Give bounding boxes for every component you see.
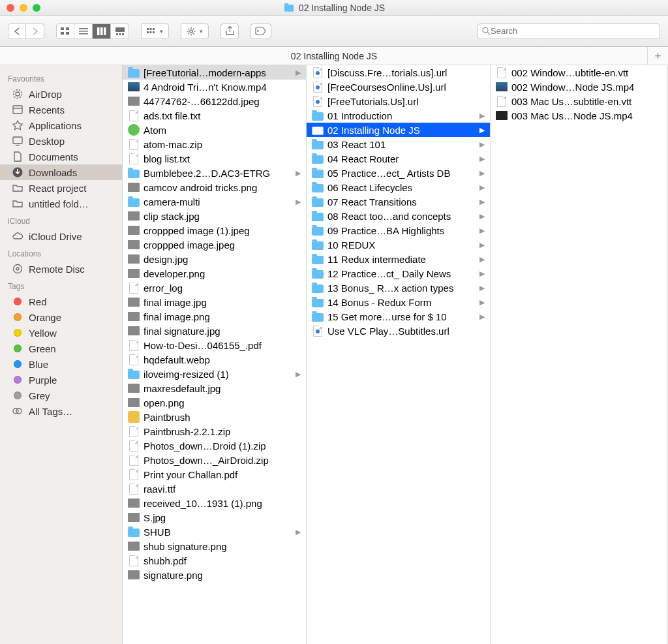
- file-row[interactable]: 4 Android Tri…n't Know.mp4: [123, 80, 306, 94]
- file-row[interactable]: clip stack.jpg: [123, 209, 306, 223]
- action-button[interactable]: ▾: [181, 23, 209, 39]
- file-row[interactable]: camera-multi▶: [123, 194, 306, 209]
- sidebar-item-applications[interactable]: Applications: [0, 117, 122, 133]
- file-row[interactable]: shubh.pdf: [123, 553, 306, 568]
- file-row[interactable]: blog list.txt: [123, 151, 306, 166]
- sidebar-item-label: iCloud Drive: [29, 231, 82, 242]
- file-row[interactable]: 14 Bonus - Redux Form▶: [307, 295, 490, 309]
- file-row[interactable]: raavi.ttf: [123, 482, 306, 496]
- file-row[interactable]: 003 Mac Us…Node JS.mp4: [491, 108, 667, 123]
- file-row[interactable]: Bumblebee.2…D.AC3-ETRG▶: [123, 166, 306, 180]
- arrange-button[interactable]: ▾: [141, 23, 169, 39]
- back-button[interactable]: [8, 23, 26, 39]
- chevron-right-icon: ▶: [479, 183, 486, 192]
- file-row[interactable]: 003 Mac Us…subtitle-en.vtt: [491, 94, 667, 108]
- tab-title[interactable]: 02 Installing Node JS: [291, 51, 377, 61]
- file-row[interactable]: 08 React too…and concepts▶: [307, 209, 490, 223]
- file-row[interactable]: Photos_down…Droid (1).zip: [123, 438, 306, 453]
- sidebar-item-grey[interactable]: Grey: [0, 388, 122, 403]
- file-row[interactable]: design.jpg: [123, 252, 306, 266]
- view-list-button[interactable]: [74, 23, 93, 39]
- column-3[interactable]: 002 Window…ubtitle-en.vtt002 Window…Node…: [491, 65, 668, 644]
- search-field[interactable]: [478, 23, 660, 39]
- file-row[interactable]: 15 Get more…urse for $ 10▶: [307, 309, 490, 324]
- file-row[interactable]: developer.png: [123, 266, 306, 281]
- file-row[interactable]: ads.txt file.txt: [123, 108, 306, 123]
- sidebar-item-downloads[interactable]: Downloads: [0, 164, 122, 180]
- file-row[interactable]: signature.png: [123, 568, 306, 582]
- file-row[interactable]: Use VLC Play…Subtitles.url: [307, 324, 490, 338]
- file-row[interactable]: 05 Practice…ect_ Artists DB▶: [307, 166, 490, 180]
- file-row[interactable]: 02 Installing Node JS▶: [307, 123, 490, 137]
- sidebar-item-purple[interactable]: Purple: [0, 372, 122, 388]
- sidebar-item-orange[interactable]: Orange: [0, 309, 122, 325]
- file-row[interactable]: final image.jpg: [123, 295, 306, 309]
- arrange-group: ▾: [141, 23, 169, 39]
- column-2[interactable]: [Discuss.Fre…torials.us].url[FreeCourses…: [307, 65, 491, 644]
- file-row[interactable]: 04 React Router▶: [307, 151, 490, 166]
- file-row[interactable]: 13 Bonus_ R…x action types▶: [307, 281, 490, 295]
- file-row[interactable]: 06 React Lifecycles▶: [307, 180, 490, 194]
- sidebar-item-blue[interactable]: Blue: [0, 356, 122, 372]
- file-row[interactable]: shub signature.png: [123, 539, 306, 553]
- sidebar-item-red[interactable]: Red: [0, 294, 122, 309]
- file-row[interactable]: final signature.jpg: [123, 324, 306, 338]
- file-row[interactable]: maxresdefault.jpg: [123, 381, 306, 395]
- file-row[interactable]: iloveimg-resized (1)▶: [123, 367, 306, 381]
- file-row[interactable]: Paintbrush: [123, 410, 306, 424]
- sidebar-item-desktop[interactable]: Desktop: [0, 133, 122, 149]
- file-row[interactable]: 11 Redux intermediate▶: [307, 252, 490, 266]
- file-row[interactable]: S.jpg: [123, 510, 306, 525]
- file-row[interactable]: 03 React 101▶: [307, 137, 490, 151]
- sidebar-item-label: Applications: [29, 120, 82, 131]
- file-row[interactable]: [FreeCoursesOnline.Us].url: [307, 80, 490, 94]
- file-row[interactable]: Photos_down…_AirDroid.zip: [123, 453, 306, 467]
- file-row[interactable]: croppped image (1).jpeg: [123, 223, 306, 238]
- file-row[interactable]: 44774762-…66122dd.jpeg: [123, 94, 306, 108]
- search-input[interactable]: [491, 26, 656, 36]
- file-row[interactable]: SHUB▶: [123, 525, 306, 539]
- file-row[interactable]: open.png: [123, 395, 306, 410]
- file-row[interactable]: atom-mac.zip: [123, 137, 306, 151]
- file-row[interactable]: Print your Challan.pdf: [123, 467, 306, 482]
- sidebar-item-documents[interactable]: Documents: [0, 149, 122, 164]
- sidebar-item-all-tags-[interactable]: All Tags…: [0, 403, 122, 419]
- view-columns-button[interactable]: [93, 23, 111, 39]
- file-row[interactable]: final image.png: [123, 309, 306, 324]
- new-tab-button[interactable]: +: [647, 47, 668, 65]
- forward-button[interactable]: [26, 23, 44, 39]
- share-button[interactable]: [220, 23, 239, 39]
- file-row[interactable]: [FreeTutorial…modern-apps▶: [123, 65, 306, 80]
- file-row[interactable]: [Discuss.Fre…torials.us].url: [307, 65, 490, 80]
- file-row[interactable]: Paintbrush-2.2.1.zip: [123, 424, 306, 438]
- file-row[interactable]: 01 Introduction▶: [307, 108, 490, 123]
- file-row[interactable]: camcov android tricks.png: [123, 180, 306, 194]
- sidebar-item-untitled-fold-[interactable]: untitled fold…: [0, 196, 122, 211]
- file-row[interactable]: error_log: [123, 281, 306, 295]
- sidebar-item-recents[interactable]: Recents: [0, 102, 122, 117]
- sidebar-item-yellow[interactable]: Yellow: [0, 325, 122, 341]
- view-icons-button[interactable]: [56, 23, 74, 39]
- file-row[interactable]: 002 Window…ubtitle-en.vtt: [491, 65, 667, 80]
- file-row[interactable]: 09 Practice…BA Highlights▶: [307, 223, 490, 238]
- sidebar-item-icloud-drive[interactable]: iCloud Drive: [0, 228, 122, 244]
- file-row[interactable]: received_10…1931 (1).png: [123, 496, 306, 510]
- file-row[interactable]: Atom: [123, 123, 306, 137]
- file-row[interactable]: croppped image.jpeg: [123, 238, 306, 252]
- tags-button[interactable]: [250, 23, 271, 39]
- file-name: croppped image (1).jpeg: [144, 225, 302, 236]
- column-1[interactable]: [FreeTutorial…modern-apps▶4 Android Tri……: [123, 65, 307, 644]
- view-gallery-button[interactable]: [111, 23, 129, 39]
- file-row[interactable]: 10 REDUX▶: [307, 238, 490, 252]
- sidebar-item-remote-disc[interactable]: Remote Disc: [0, 261, 122, 277]
- file-row[interactable]: [FreeTutorials.Us].url: [307, 94, 490, 108]
- file-row[interactable]: 12 Practice…ct_ Daily News▶: [307, 266, 490, 281]
- folder-icon: [312, 270, 324, 279]
- sidebar-item-airdrop[interactable]: AirDrop: [0, 86, 122, 102]
- file-row[interactable]: hqdefault.webp: [123, 352, 306, 367]
- file-row[interactable]: 07 React Transitions▶: [307, 194, 490, 209]
- sidebar-item-react-project[interactable]: React project: [0, 180, 122, 196]
- file-row[interactable]: How-to-Desi…046155_.pdf: [123, 338, 306, 352]
- sidebar-item-green[interactable]: Green: [0, 341, 122, 356]
- file-row[interactable]: 002 Window…Node JS.mp4: [491, 80, 667, 94]
